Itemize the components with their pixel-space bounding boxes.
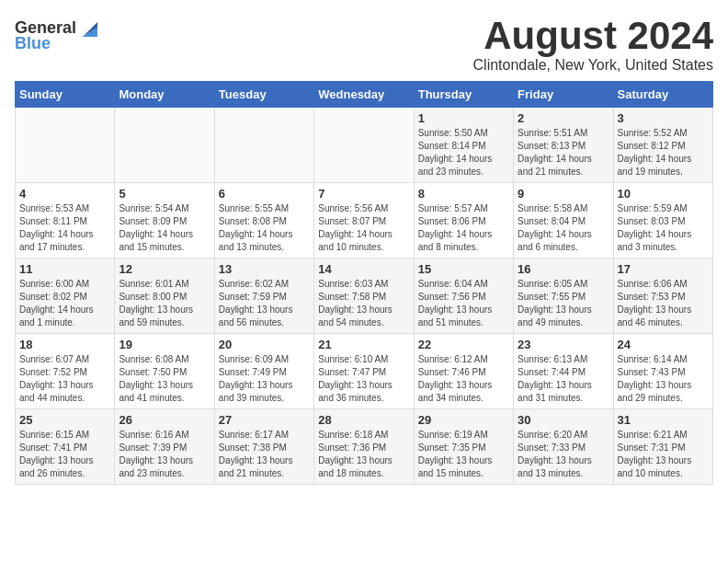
cell-content: Sunrise: 6:15 AM Sunset: 7:41 PM Dayligh… bbox=[19, 429, 110, 480]
calendar-week-row: 11Sunrise: 6:00 AM Sunset: 8:02 PM Dayli… bbox=[16, 259, 713, 334]
calendar-cell: 14Sunrise: 6:03 AM Sunset: 7:58 PM Dayli… bbox=[314, 259, 414, 334]
day-number: 13 bbox=[219, 262, 310, 276]
cell-content: Sunrise: 6:20 AM Sunset: 7:33 PM Dayligh… bbox=[518, 429, 609, 480]
day-number: 15 bbox=[418, 262, 509, 276]
calendar-cell: 13Sunrise: 6:02 AM Sunset: 7:59 PM Dayli… bbox=[214, 259, 313, 334]
weekday-header: Sunday bbox=[16, 82, 115, 108]
cell-content: Sunrise: 6:19 AM Sunset: 7:35 PM Dayligh… bbox=[418, 429, 509, 480]
weekday-header: Wednesday bbox=[314, 82, 414, 108]
day-number: 1 bbox=[418, 111, 509, 125]
cell-content: Sunrise: 6:00 AM Sunset: 8:02 PM Dayligh… bbox=[19, 278, 110, 329]
day-number: 11 bbox=[19, 262, 110, 276]
cell-content: Sunrise: 5:53 AM Sunset: 8:11 PM Dayligh… bbox=[19, 202, 110, 254]
calendar-header-row: SundayMondayTuesdayWednesdayThursdayFrid… bbox=[16, 82, 713, 108]
day-number: 17 bbox=[618, 262, 709, 276]
calendar-cell: 30Sunrise: 6:20 AM Sunset: 7:33 PM Dayli… bbox=[514, 409, 613, 485]
day-number: 28 bbox=[318, 413, 409, 427]
cell-content: Sunrise: 6:05 AM Sunset: 7:55 PM Dayligh… bbox=[518, 278, 609, 329]
cell-content: Sunrise: 6:21 AM Sunset: 7:31 PM Dayligh… bbox=[618, 429, 709, 480]
cell-content: Sunrise: 6:13 AM Sunset: 7:44 PM Dayligh… bbox=[518, 353, 609, 405]
day-number: 31 bbox=[618, 413, 709, 427]
cell-content: Sunrise: 6:08 AM Sunset: 7:50 PM Dayligh… bbox=[119, 353, 210, 405]
calendar-cell: 18Sunrise: 6:07 AM Sunset: 7:52 PM Dayli… bbox=[16, 334, 115, 409]
cell-content: Sunrise: 6:17 AM Sunset: 7:38 PM Dayligh… bbox=[219, 429, 310, 480]
calendar-table: SundayMondayTuesdayWednesdayThursdayFrid… bbox=[15, 81, 713, 485]
calendar-cell: 27Sunrise: 6:17 AM Sunset: 7:38 PM Dayli… bbox=[214, 409, 313, 485]
calendar-cell: 3Sunrise: 5:52 AM Sunset: 8:12 PM Daylig… bbox=[613, 108, 712, 183]
day-number: 5 bbox=[119, 187, 210, 201]
calendar-cell: 7Sunrise: 5:56 AM Sunset: 8:07 PM Daylig… bbox=[314, 183, 414, 259]
calendar-cell bbox=[16, 108, 115, 183]
calendar-cell bbox=[214, 108, 313, 183]
calendar-cell: 21Sunrise: 6:10 AM Sunset: 7:47 PM Dayli… bbox=[314, 334, 414, 409]
day-number: 4 bbox=[19, 187, 110, 201]
day-number: 26 bbox=[119, 413, 210, 427]
day-number: 14 bbox=[318, 262, 409, 276]
calendar-week-row: 1Sunrise: 5:50 AM Sunset: 8:14 PM Daylig… bbox=[16, 108, 713, 183]
day-number: 3 bbox=[618, 111, 709, 125]
calendar-cell: 8Sunrise: 5:57 AM Sunset: 8:06 PM Daylig… bbox=[414, 183, 513, 259]
day-number: 30 bbox=[518, 413, 609, 427]
logo-blue-text: Blue bbox=[15, 34, 51, 53]
calendar-week-row: 25Sunrise: 6:15 AM Sunset: 7:41 PM Dayli… bbox=[16, 409, 713, 485]
cell-content: Sunrise: 6:07 AM Sunset: 7:52 PM Dayligh… bbox=[19, 353, 110, 405]
calendar-cell: 29Sunrise: 6:19 AM Sunset: 7:35 PM Dayli… bbox=[414, 409, 513, 485]
cell-content: Sunrise: 5:51 AM Sunset: 8:13 PM Dayligh… bbox=[518, 127, 609, 178]
cell-content: Sunrise: 5:55 AM Sunset: 8:08 PM Dayligh… bbox=[219, 202, 310, 254]
main-title: August 2024 bbox=[473, 15, 713, 57]
weekday-header: Saturday bbox=[613, 82, 712, 108]
cell-content: Sunrise: 5:56 AM Sunset: 8:07 PM Dayligh… bbox=[318, 202, 409, 254]
cell-content: Sunrise: 5:52 AM Sunset: 8:12 PM Dayligh… bbox=[618, 127, 709, 178]
day-number: 18 bbox=[19, 338, 110, 351]
calendar-cell bbox=[314, 108, 414, 183]
calendar-week-row: 18Sunrise: 6:07 AM Sunset: 7:52 PM Dayli… bbox=[16, 334, 713, 409]
calendar-cell: 15Sunrise: 6:04 AM Sunset: 7:56 PM Dayli… bbox=[414, 259, 513, 334]
cell-content: Sunrise: 6:04 AM Sunset: 7:56 PM Dayligh… bbox=[418, 278, 509, 329]
weekday-header: Thursday bbox=[414, 82, 513, 108]
day-number: 7 bbox=[318, 187, 409, 201]
calendar-cell bbox=[115, 108, 214, 183]
cell-content: Sunrise: 6:09 AM Sunset: 7:49 PM Dayligh… bbox=[219, 353, 310, 405]
day-number: 22 bbox=[418, 338, 509, 351]
cell-content: Sunrise: 6:02 AM Sunset: 7:59 PM Dayligh… bbox=[219, 278, 310, 329]
calendar-cell: 6Sunrise: 5:55 AM Sunset: 8:08 PM Daylig… bbox=[214, 183, 313, 259]
calendar-cell: 19Sunrise: 6:08 AM Sunset: 7:50 PM Dayli… bbox=[115, 334, 214, 409]
day-number: 20 bbox=[219, 338, 310, 351]
day-number: 10 bbox=[618, 187, 709, 201]
day-number: 21 bbox=[318, 338, 409, 351]
day-number: 23 bbox=[518, 338, 609, 351]
calendar-cell: 23Sunrise: 6:13 AM Sunset: 7:44 PM Dayli… bbox=[514, 334, 613, 409]
cell-content: Sunrise: 5:54 AM Sunset: 8:09 PM Dayligh… bbox=[119, 202, 210, 254]
calendar-cell: 10Sunrise: 5:59 AM Sunset: 8:03 PM Dayli… bbox=[613, 183, 712, 259]
calendar-cell: 2Sunrise: 5:51 AM Sunset: 8:13 PM Daylig… bbox=[514, 108, 613, 183]
calendar-cell: 24Sunrise: 6:14 AM Sunset: 7:43 PM Dayli… bbox=[613, 334, 712, 409]
weekday-header: Friday bbox=[514, 82, 613, 108]
day-number: 25 bbox=[19, 413, 110, 427]
day-number: 8 bbox=[418, 187, 509, 201]
weekday-header: Monday bbox=[115, 82, 214, 108]
calendar-week-row: 4Sunrise: 5:53 AM Sunset: 8:11 PM Daylig… bbox=[16, 183, 713, 259]
cell-content: Sunrise: 5:59 AM Sunset: 8:03 PM Dayligh… bbox=[618, 202, 709, 254]
calendar-cell: 31Sunrise: 6:21 AM Sunset: 7:31 PM Dayli… bbox=[613, 409, 712, 485]
calendar-cell: 22Sunrise: 6:12 AM Sunset: 7:46 PM Dayli… bbox=[414, 334, 513, 409]
cell-content: Sunrise: 6:06 AM Sunset: 7:53 PM Dayligh… bbox=[618, 278, 709, 329]
day-number: 12 bbox=[119, 262, 210, 276]
day-number: 2 bbox=[518, 111, 609, 125]
cell-content: Sunrise: 6:01 AM Sunset: 8:00 PM Dayligh… bbox=[119, 278, 210, 329]
cell-content: Sunrise: 6:10 AM Sunset: 7:47 PM Dayligh… bbox=[318, 353, 409, 405]
cell-content: Sunrise: 5:58 AM Sunset: 8:04 PM Dayligh… bbox=[518, 202, 609, 254]
calendar-cell: 4Sunrise: 5:53 AM Sunset: 8:11 PM Daylig… bbox=[16, 183, 115, 259]
cell-content: Sunrise: 6:16 AM Sunset: 7:39 PM Dayligh… bbox=[119, 429, 210, 480]
page-header: General Blue August 2024 Clintondale, Ne… bbox=[15, 15, 713, 74]
title-area: August 2024 Clintondale, New York, Unite… bbox=[473, 15, 713, 74]
day-number: 9 bbox=[518, 187, 609, 201]
day-number: 6 bbox=[219, 187, 310, 201]
cell-content: Sunrise: 5:57 AM Sunset: 8:06 PM Dayligh… bbox=[418, 202, 509, 254]
calendar-cell: 9Sunrise: 5:58 AM Sunset: 8:04 PM Daylig… bbox=[514, 183, 613, 259]
calendar-cell: 28Sunrise: 6:18 AM Sunset: 7:36 PM Dayli… bbox=[314, 409, 414, 485]
logo: General Blue bbox=[15, 18, 97, 53]
calendar-cell: 20Sunrise: 6:09 AM Sunset: 7:49 PM Dayli… bbox=[214, 334, 313, 409]
calendar-cell: 25Sunrise: 6:15 AM Sunset: 7:41 PM Dayli… bbox=[16, 409, 115, 485]
cell-content: Sunrise: 6:03 AM Sunset: 7:58 PM Dayligh… bbox=[318, 278, 409, 329]
day-number: 29 bbox=[418, 413, 509, 427]
